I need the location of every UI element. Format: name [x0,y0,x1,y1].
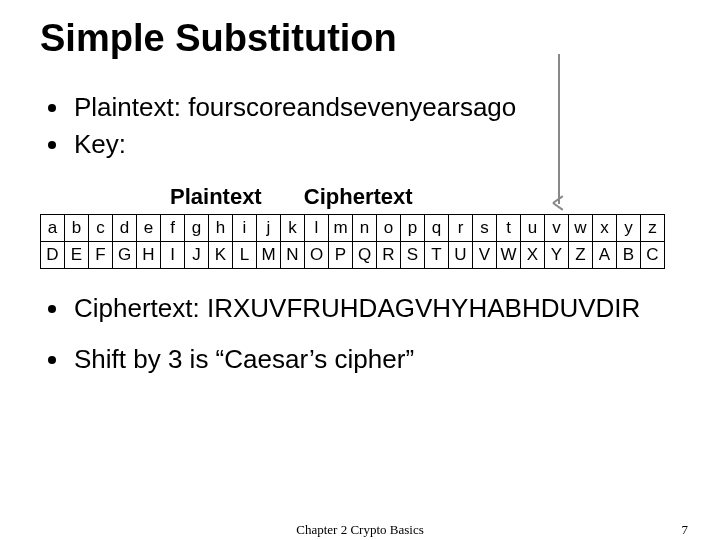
cell: p [401,214,425,241]
cell: l [305,214,329,241]
cell: y [617,214,641,241]
cell: k [281,214,305,241]
cell: Y [545,241,569,268]
cell: s [473,214,497,241]
cell: G [113,241,137,268]
cell: e [137,214,161,241]
cell: q [425,214,449,241]
cell: O [305,241,329,268]
cell: M [257,241,281,268]
cell: V [473,241,497,268]
cipher-key-table: a b c d e f g h i j k l m n o p q r s t … [40,214,665,269]
cell: B [617,241,641,268]
cell: K [209,241,233,268]
cell: h [209,214,233,241]
table-row-plain: a b c d e f g h i j k l m n o p q r s t … [41,214,665,241]
page-title: Simple Substitution [40,18,690,60]
bullet-list-top: Plaintext: fourscoreandsevenyearsago Key… [40,90,690,162]
cell: U [449,241,473,268]
cell: F [89,241,113,268]
cell: D [41,241,65,268]
cell: z [641,214,665,241]
slide: Simple Substitution Plaintext: fourscore… [0,0,720,540]
cell: d [113,214,137,241]
table-row-cipher: D E F G H I J K L M N O P Q R S T U V W … [41,241,665,268]
list-item: Plaintext: fourscoreandsevenyearsago [40,90,690,125]
cell: o [377,214,401,241]
footer-page-number: 7 [682,522,689,538]
cell: f [161,214,185,241]
cell: R [377,241,401,268]
cell: n [353,214,377,241]
cell: j [257,214,281,241]
cell: c [89,214,113,241]
plaintext-label: Plaintext [170,184,262,210]
cell: A [593,241,617,268]
cell: t [497,214,521,241]
cell: T [425,241,449,268]
cell: W [497,241,521,268]
table-heading-row: Plaintext Ciphertext [170,184,690,210]
cell: b [65,214,89,241]
cell: u [521,214,545,241]
cell: N [281,241,305,268]
cell: v [545,214,569,241]
list-item: Key: [40,127,690,162]
cell: m [329,214,353,241]
cell: S [401,241,425,268]
cell: x [593,214,617,241]
list-item: Shift by 3 is “Caesar’s cipher” [40,342,690,377]
cell: C [641,241,665,268]
cell: a [41,214,65,241]
bullet-list-bottom: Ciphertext: IRXUVFRUHDAGVHYHABHDUVDIR Sh… [40,291,690,377]
cell: Z [569,241,593,268]
cell: H [137,241,161,268]
cell: P [329,241,353,268]
cell: g [185,214,209,241]
cell: w [569,214,593,241]
cell: J [185,241,209,268]
cell: I [161,241,185,268]
footer-chapter: Chapter 2 Crypto Basics [296,522,423,538]
list-item: Ciphertext: IRXUVFRUHDAGVHYHABHDUVDIR [40,291,690,326]
cell: r [449,214,473,241]
ciphertext-label: Ciphertext [304,184,413,210]
cell: E [65,241,89,268]
cell: L [233,241,257,268]
cell: Q [353,241,377,268]
cell: X [521,241,545,268]
cell: i [233,214,257,241]
